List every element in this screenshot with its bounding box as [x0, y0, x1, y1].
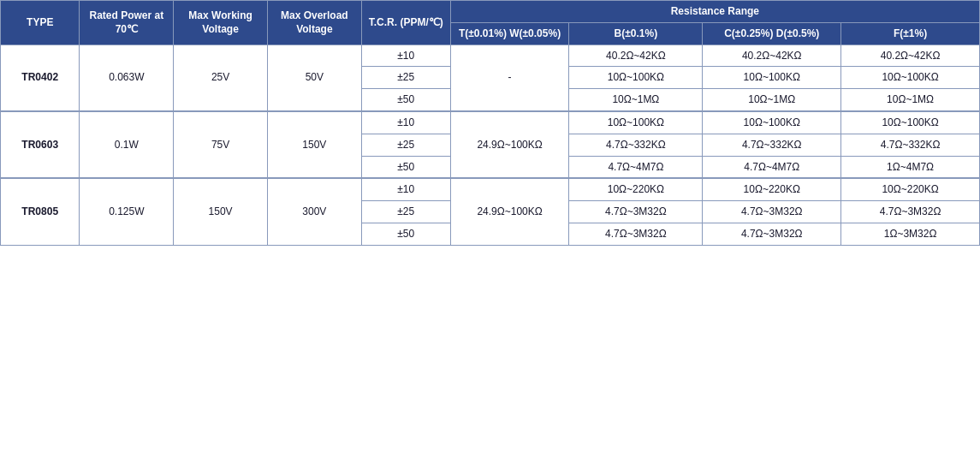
- b-value-cell: 10Ω~100KΩ: [569, 111, 703, 134]
- rated-power-cell: 0.125W: [80, 178, 174, 245]
- cd-value-cell: 10Ω~1MΩ: [703, 89, 841, 111]
- b-value-cell: 10Ω~100KΩ: [569, 67, 703, 89]
- header-cd: C(±0.25%) D(±0.5%): [703, 22, 841, 45]
- type-cell: TR0805: [1, 178, 80, 245]
- specs-table: TYPE Rated Power at 70℃ Max Working Volt…: [0, 0, 980, 246]
- cd-value-cell: 4.7Ω~332KΩ: [703, 134, 841, 156]
- f-value-cell: 10Ω~100KΩ: [841, 67, 980, 89]
- rated-power-cell: 0.1W: [80, 111, 174, 178]
- f-value-cell: 1Ω~3M32Ω: [841, 223, 980, 245]
- cd-value-cell: 4.7Ω~3M32Ω: [703, 223, 841, 245]
- header-tw: T(±0.01%) W(±0.05%): [450, 22, 569, 45]
- header-max-overload-voltage: Max Overload Voltage: [267, 1, 361, 45]
- tcr-value-cell: ±50: [361, 223, 450, 245]
- b-value-cell: 10Ω~1MΩ: [569, 89, 703, 111]
- max-overload-voltage-cell: 50V: [267, 45, 361, 111]
- header-f: F(±1%): [841, 22, 980, 45]
- b-value-cell: 40.2Ω~42KΩ: [569, 45, 703, 67]
- tw-value-cell: 24.9Ω~100KΩ: [450, 111, 569, 178]
- tcr-value-cell: ±50: [361, 89, 450, 111]
- tcr-value-cell: ±25: [361, 134, 450, 156]
- tcr-value-cell: ±50: [361, 156, 450, 178]
- cd-value-cell: 40.2Ω~42KΩ: [703, 45, 841, 67]
- max-working-voltage-cell: 150V: [174, 178, 268, 245]
- tcr-value-cell: ±10: [361, 111, 450, 134]
- f-value-cell: 1Ω~4M7Ω: [841, 156, 980, 178]
- tcr-value-cell: ±10: [361, 45, 450, 67]
- cd-value-cell: 10Ω~100KΩ: [703, 67, 841, 89]
- b-value-cell: 4.7Ω~4M7Ω: [569, 156, 703, 178]
- type-cell: TR0603: [1, 111, 80, 178]
- f-value-cell: 10Ω~220KΩ: [841, 178, 980, 200]
- max-working-voltage-cell: 25V: [174, 45, 268, 111]
- cd-value-cell: 4.7Ω~4M7Ω: [703, 156, 841, 178]
- main-table-wrapper: TYPE Rated Power at 70℃ Max Working Volt…: [0, 0, 980, 246]
- b-value-cell: 4.7Ω~3M32Ω: [569, 223, 703, 245]
- cd-value-cell: 10Ω~220KΩ: [703, 178, 841, 200]
- max-overload-voltage-cell: 300V: [267, 178, 361, 245]
- b-value-cell: 4.7Ω~3M32Ω: [569, 201, 703, 223]
- f-value-cell: 10Ω~100KΩ: [841, 111, 980, 134]
- f-value-cell: 4.7Ω~3M32Ω: [841, 201, 980, 223]
- header-rated-power: Rated Power at 70℃: [80, 1, 174, 45]
- tcr-value-cell: ±25: [361, 201, 450, 223]
- f-value-cell: 40.2Ω~42KΩ: [841, 45, 980, 67]
- header-type: TYPE: [1, 1, 80, 45]
- max-overload-voltage-cell: 150V: [267, 111, 361, 178]
- f-value-cell: 4.7Ω~332KΩ: [841, 134, 980, 156]
- header-b: B(±0.1%): [569, 22, 703, 45]
- tw-value-cell: 24.9Ω~100KΩ: [450, 178, 569, 245]
- tcr-value-cell: ±10: [361, 178, 450, 200]
- header-resistance-range: Resistance Range: [450, 1, 979, 23]
- f-value-cell: 10Ω~1MΩ: [841, 89, 980, 111]
- header-tcr: T.C.R. (PPM/℃): [361, 1, 450, 45]
- rated-power-cell: 0.063W: [80, 45, 174, 111]
- b-value-cell: 10Ω~220KΩ: [569, 178, 703, 200]
- type-cell: TR0402: [1, 45, 80, 111]
- cd-value-cell: 10Ω~100KΩ: [703, 111, 841, 134]
- header-max-working-voltage: Max Working Voltage: [174, 1, 268, 45]
- max-working-voltage-cell: 75V: [174, 111, 268, 178]
- tcr-value-cell: ±25: [361, 67, 450, 89]
- b-value-cell: 4.7Ω~332KΩ: [569, 134, 703, 156]
- tw-value-cell: -: [450, 45, 569, 111]
- cd-value-cell: 4.7Ω~3M32Ω: [703, 201, 841, 223]
